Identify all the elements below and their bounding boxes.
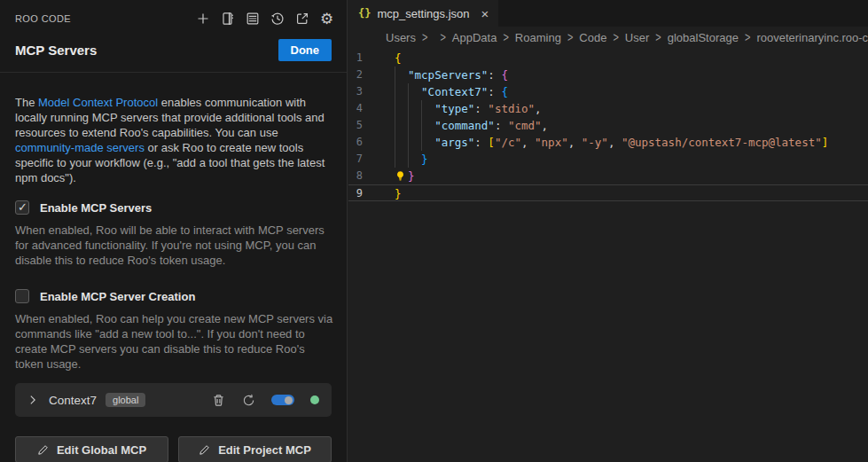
code-line[interactable]: 2"mcpServers": {	[348, 67, 868, 83]
code-line[interactable]: 4"type": "stdio",	[348, 100, 868, 117]
roo-code-panel: ROO CODE ⚙ MCP S	[0, 0, 348, 462]
edit-global-mcp-button[interactable]: Edit Global MCP	[15, 436, 168, 462]
enable-mcp-servers-checkbox[interactable]	[15, 200, 29, 215]
mcp-protocol-link[interactable]: Model Context Protocol	[38, 96, 158, 109]
code-token: {	[395, 51, 402, 65]
code-token: {	[501, 85, 508, 98]
code-line-content: "mcpServers": {	[395, 67, 508, 83]
chevron-right-icon[interactable]	[26, 393, 40, 407]
code-line[interactable]: 5"command": "cmd",	[348, 117, 868, 134]
code-token: ,	[535, 102, 542, 115]
code-token: :	[488, 85, 501, 98]
breadcrumb-separator: >	[567, 30, 573, 44]
code-token: [	[488, 136, 495, 149]
server-name: Context7	[49, 394, 97, 407]
indent-guide	[395, 83, 408, 100]
indent-guide	[408, 117, 421, 134]
indent-guide	[408, 134, 421, 151]
server-status-dot	[310, 395, 319, 404]
code-token: "npx"	[535, 136, 568, 149]
code-line[interactable]: 9}	[348, 184, 868, 201]
enable-mcp-servers-description: When enabled, Roo will be able to intera…	[15, 223, 334, 268]
enable-mcp-creation-checkbox[interactable]	[15, 289, 29, 303]
app-title: ROO CODE	[15, 13, 71, 24]
code-token: ,	[542, 119, 549, 132]
code-line-content: {	[395, 50, 402, 67]
edit-buttons-row: Edit Global MCP Edit Project MCP	[15, 436, 332, 462]
indent-guide	[395, 117, 408, 134]
breadcrumb-item[interactable]: AppData	[452, 31, 497, 44]
tab-mcp-settings[interactable]: {} mcp_settings.json ×	[348, 0, 498, 27]
code-token: :	[474, 102, 488, 115]
refresh-icon[interactable]	[241, 393, 255, 407]
trash-icon[interactable]	[211, 393, 225, 407]
code-editor[interactable]: 1{2"mcpServers": {3"Context7": {4"type":…	[348, 48, 868, 201]
indent-guide	[421, 134, 434, 151]
server-icon[interactable]	[245, 11, 260, 26]
code-token: ,	[568, 136, 582, 149]
server-scope-badge: global	[106, 393, 145, 407]
json-file-icon: {}	[358, 7, 371, 20]
history-icon[interactable]	[270, 11, 285, 26]
code-token: "args"	[434, 136, 474, 149]
indent-guide	[395, 100, 408, 117]
code-line[interactable]: 8}	[348, 168, 868, 184]
panel-header: ROO CODE ⚙	[0, 0, 347, 28]
code-token: }	[421, 153, 428, 166]
line-number: 1	[348, 50, 376, 67]
community-servers-link[interactable]: community-made servers	[15, 141, 145, 154]
code-line[interactable]: 7}	[348, 151, 868, 168]
code-line-content: "command": "cmd",	[395, 117, 548, 134]
code-token: "-y"	[582, 136, 608, 149]
edit-project-mcp-button[interactable]: Edit Project MCP	[178, 436, 332, 462]
header-divider	[0, 72, 347, 73]
breadcrumb-item[interactable]: globalStorage	[668, 31, 739, 44]
pencil-icon	[199, 444, 210, 456]
breadcrumb-separator: >	[745, 30, 750, 44]
breadcrumb-separator: >	[655, 30, 661, 44]
code-token: "stdio"	[488, 102, 535, 115]
breadcrumb-item[interactable]: Code	[579, 31, 606, 44]
code-token: ,	[521, 136, 535, 149]
code-line-content: }	[395, 185, 402, 200]
code-line-content: }	[395, 168, 415, 184]
code-line-content: "args": ["/c", "npx", "-y", "@upstash/co…	[395, 134, 828, 151]
intro-text: The	[15, 96, 38, 109]
code-token: "/c"	[495, 136, 521, 149]
lightbulb-icon[interactable]	[395, 168, 408, 184]
enable-mcp-servers-section: Enable MCP Servers When enabled, Roo wil…	[15, 200, 332, 268]
code-token: ,	[608, 136, 622, 149]
enable-mcp-creation-label: Enable MCP Server Creation	[40, 290, 195, 303]
gear-icon[interactable]: ⚙	[319, 11, 334, 26]
notebook-icon[interactable]	[220, 11, 235, 26]
code-token: :	[495, 119, 508, 132]
code-line[interactable]: 6"args": ["/c", "npx", "-y", "@upstash/c…	[348, 134, 868, 151]
enable-mcp-creation-section: Enable MCP Server Creation When enabled,…	[15, 289, 332, 372]
server-row-context7[interactable]: Context7 global	[15, 383, 332, 417]
server-enabled-toggle[interactable]	[271, 395, 294, 405]
line-number: 4	[348, 100, 376, 117]
breadcrumb-separator: >	[503, 30, 508, 44]
indent-guide	[408, 83, 421, 100]
open-external-icon[interactable]	[294, 11, 309, 26]
breadcrumbs[interactable]: Users>>AppData>Roaming>Code>User>globalS…	[348, 27, 868, 48]
plus-icon[interactable]	[195, 11, 210, 26]
breadcrumb-item[interactable]: User	[625, 31, 649, 44]
breadcrumb-item[interactable]: rooveterinaryinc.roo-cli	[756, 31, 868, 44]
code-token: "type"	[434, 102, 474, 115]
vscode-window: ROO CODE ⚙ MCP S	[0, 0, 868, 462]
code-token: "Context7"	[421, 85, 488, 98]
indent-guide	[395, 151, 408, 168]
breadcrumb-separator: >	[440, 30, 445, 44]
code-line[interactable]: 3"Context7": {	[348, 83, 868, 100]
edit-global-mcp-label: Edit Global MCP	[57, 443, 146, 457]
close-icon[interactable]: ×	[481, 7, 489, 20]
breadcrumb-item[interactable]: Users	[386, 31, 416, 44]
done-button[interactable]: Done	[278, 39, 332, 61]
code-token: :	[474, 136, 488, 149]
code-token: "cmd"	[508, 119, 542, 132]
line-number: 9	[348, 185, 376, 200]
breadcrumb-item[interactable]: Roaming	[515, 31, 561, 44]
code-line[interactable]: 1{	[348, 50, 868, 67]
panel-titlebar: MCP Servers Done	[0, 37, 347, 62]
